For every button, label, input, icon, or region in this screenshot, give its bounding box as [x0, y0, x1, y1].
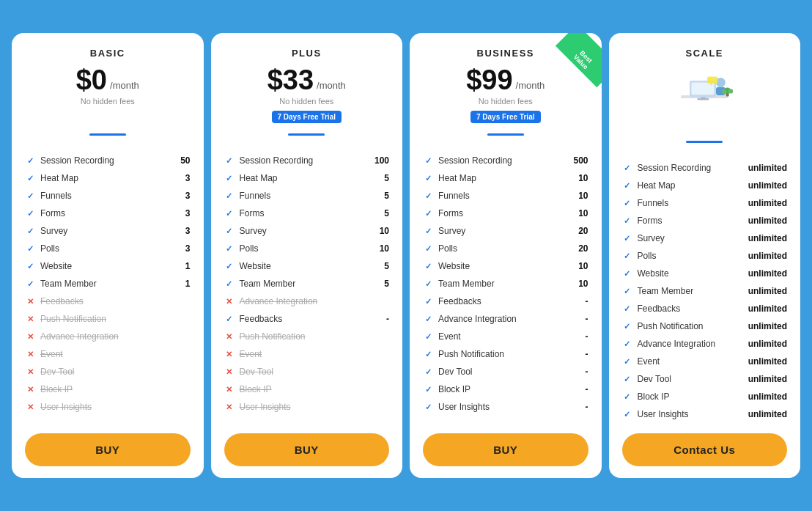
feature-name: Heat Map: [638, 180, 676, 191]
feature-value: 3: [185, 173, 191, 183]
feature-left: ✓ Website: [423, 261, 470, 271]
feature-value: unlimited: [748, 198, 787, 208]
no-hidden-fees: No hidden fees: [423, 97, 588, 106]
features-list: ✓ Session Recording 50 ✓ Heat Map 3 ✓ Fu…: [25, 152, 191, 423]
contact-us-button[interactable]: Contact Us: [622, 433, 788, 466]
buy-button[interactable]: BUY: [224, 433, 390, 466]
feature-name: Dev Tool: [638, 374, 671, 384]
price-amount: $33: [267, 66, 314, 94]
feature-left: ✕ Dev Tool: [224, 367, 273, 377]
check-icon: ✓: [25, 227, 35, 236]
feature-value: unlimited: [748, 374, 787, 384]
check-icon: ✓: [622, 163, 632, 173]
check-icon: ✓: [224, 262, 235, 271]
feature-left: ✓ Heat Map: [423, 173, 476, 183]
feature-left: ✓ Funnels: [25, 191, 72, 201]
feature-item-business-5: ✓ Polls 20: [423, 240, 588, 257]
plan-name: SCALE: [622, 48, 788, 59]
no-hidden-fees: No hidden fees: [25, 97, 191, 106]
feature-item-basic-1: ✓ Heat Map 3: [25, 169, 191, 187]
feature-item-basic-11: ✕ Event: [25, 345, 191, 363]
check-icon: ✓: [423, 297, 433, 306]
feature-name: Session Recording: [438, 155, 512, 166]
badge-area: [25, 110, 191, 128]
feature-left: ✓ Dev Tool: [622, 374, 671, 384]
feature-left: ✕ Advance Integration: [224, 296, 318, 306]
feature-left: ✓ Website: [25, 261, 72, 271]
feature-name: Team Member: [240, 279, 296, 289]
feature-left: ✓ Polls: [622, 251, 657, 261]
feature-item-basic-2: ✓ Funnels 3: [25, 187, 191, 205]
feature-name: Session Recording: [40, 155, 114, 166]
svg-point-11: [722, 89, 726, 94]
feature-left: ✓ Funnels: [224, 191, 271, 201]
buy-button[interactable]: BUY: [423, 433, 588, 466]
feature-name: Polls: [240, 243, 259, 254]
trial-badge: 7 Days Free Trial: [470, 111, 541, 123]
check-icon: ✓: [622, 339, 632, 349]
feature-value: unlimited: [748, 251, 787, 261]
feature-value: 20: [578, 226, 588, 236]
feature-item-scale-12: ✓ Dev Tool unlimited: [622, 370, 788, 388]
feature-left: ✓ Team Member: [224, 279, 296, 289]
price-period: /month: [516, 80, 545, 91]
check-icon: ✓: [622, 375, 632, 384]
feature-item-plus-5: ✓ Polls 10: [224, 240, 390, 257]
check-icon: ✓: [423, 191, 433, 201]
feature-value: unlimited: [748, 286, 787, 296]
feature-name: Polls: [40, 243, 59, 254]
feature-name: Forms: [438, 208, 463, 218]
feature-item-plus-13: ✕ Block IP: [224, 381, 390, 398]
feature-name: Heat Map: [240, 173, 278, 183]
feature-left: ✓ Forms: [25, 208, 65, 218]
feature-item-scale-7: ✓ Team Member unlimited: [622, 282, 788, 300]
feature-name: Survey: [240, 226, 267, 236]
feature-value: unlimited: [748, 216, 787, 226]
feature-name: Website: [240, 261, 271, 271]
feature-left: ✓ Polls: [423, 243, 457, 254]
feature-item-scale-0: ✓ Session Recording unlimited: [622, 159, 788, 177]
feature-value: -: [586, 349, 588, 359]
feature-name: Block IP: [40, 384, 73, 394]
feature-item-plus-14: ✕ User Insights: [224, 398, 390, 416]
feature-name: User Insights: [240, 402, 291, 412]
feature-item-scale-9: ✓ Push Notification unlimited: [622, 317, 788, 335]
feature-name: Team Member: [40, 279, 97, 289]
feature-item-business-3: ✓ Forms 10: [423, 205, 588, 222]
check-icon: ✓: [423, 262, 433, 271]
plan-price: $33 /month: [224, 66, 390, 94]
feature-value: 3: [185, 243, 191, 254]
badge-area: [622, 117, 788, 135]
buy-button[interactable]: BUY: [25, 433, 191, 466]
feature-item-business-6: ✓ Website 10: [423, 257, 588, 275]
price-period: /month: [317, 80, 346, 91]
feature-left: ✓ Feedbacks: [622, 304, 681, 314]
feature-name: Block IP: [438, 384, 470, 394]
check-icon: ✓: [224, 227, 235, 236]
feature-item-plus-2: ✓ Funnels 5: [224, 187, 390, 205]
check-icon: ✓: [423, 367, 433, 377]
feature-item-scale-6: ✓ Website unlimited: [622, 265, 788, 282]
check-icon: ✓: [622, 216, 632, 226]
scale-illustration: [622, 66, 788, 113]
feature-name: Forms: [638, 216, 662, 226]
feature-name: Block IP: [240, 384, 272, 394]
check-icon: ✓: [25, 191, 35, 201]
trial-badge: 7 Days Free Trial: [272, 111, 342, 123]
feature-left: ✕ Push Notification: [224, 331, 306, 342]
feature-left: ✓ Push Notification: [622, 321, 704, 331]
feature-value: 5: [384, 191, 389, 201]
check-icon: ✓: [25, 244, 35, 254]
feature-left: ✓ Advance Integration: [622, 339, 716, 349]
feature-item-business-2: ✓ Funnels 10: [423, 187, 588, 205]
feature-item-plus-9: ✓ Feedbacks -: [224, 310, 390, 328]
check-icon: ✓: [622, 269, 632, 279]
feature-value: -: [586, 314, 588, 324]
no-hidden-fees: No hidden fees: [224, 97, 390, 106]
feature-name: Advance Integration: [638, 339, 716, 349]
feature-value: 500: [573, 155, 588, 166]
feature-item-business-0: ✓ Session Recording 500: [423, 152, 588, 169]
feature-left: ✕ User Insights: [224, 402, 291, 412]
feature-left: ✓ Survey: [224, 226, 267, 236]
feature-left: ✓ Funnels: [622, 198, 669, 208]
